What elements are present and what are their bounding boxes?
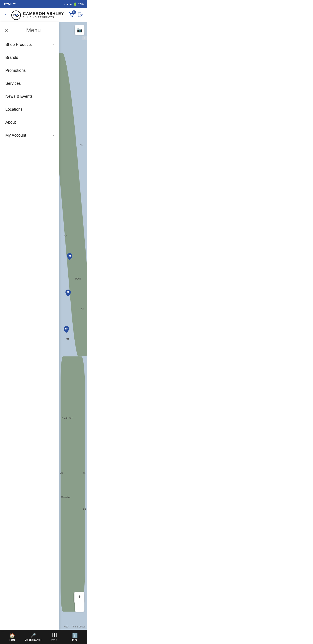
zoom-in-button[interactable]: + xyxy=(75,592,84,602)
nav-home[interactable]: 🏠 HOME xyxy=(2,633,23,641)
zoom-out-button[interactable]: − xyxy=(75,602,84,612)
map-label-nb: NB xyxy=(78,278,81,280)
menu-item-about[interactable]: About xyxy=(4,116,55,129)
menu-item-news-events[interactable]: News & Events xyxy=(4,90,55,103)
svg-rect-10 xyxy=(52,633,52,637)
menu-close-button[interactable]: ✕ xyxy=(4,28,8,33)
menu-item-brands[interactable]: Brands xyxy=(4,51,55,64)
map-label-puerto-rico: Puerto Rico xyxy=(61,417,73,420)
map-label-gu: Gu xyxy=(83,472,86,474)
svg-text:C: C xyxy=(67,292,69,294)
map-label-ma: MA xyxy=(66,338,69,340)
chevron-right-icon-shop: › xyxy=(52,42,54,47)
menu-item-promotions[interactable]: Promotions xyxy=(4,64,55,77)
logout-icon xyxy=(77,12,83,18)
signal-bars-icon: ▲ xyxy=(69,2,72,6)
header-logo: CAMERON ASHLEY BUILDING PRODUCTS xyxy=(11,10,64,20)
svg-rect-11 xyxy=(52,633,52,637)
map-zoom-controls: + − xyxy=(75,592,84,612)
svg-point-2 xyxy=(72,16,73,17)
menu-header: ✕ Menu xyxy=(4,27,55,34)
nav-scan-label: SCAN xyxy=(51,639,57,641)
map-land-south xyxy=(60,356,85,612)
map-label-t: T xyxy=(82,36,87,40)
main-content: ✕ Menu Shop Products › Brands Promotions… xyxy=(0,22,87,630)
map-land-north xyxy=(59,52,87,357)
svg-rect-12 xyxy=(53,633,53,637)
menu-item-label-news-events: News & Events xyxy=(5,94,33,99)
menu-item-label-shop-products: Shop Products xyxy=(5,42,32,47)
nav-info-label: INFO xyxy=(72,639,78,641)
app-header: ‹ CAMERON ASHLEY BUILDING PRODUCTS 0 xyxy=(0,8,87,22)
bottom-navigation: 🏠 HOME 🎤 VOICE SEARCH SCAN ℹ️ INFO xyxy=(0,630,87,644)
svg-rect-15 xyxy=(55,633,55,637)
map-pin-2[interactable]: C xyxy=(65,290,71,297)
microphone-icon: 🎤 xyxy=(30,633,36,638)
nav-voice-label: VOICE SEARCH xyxy=(25,639,41,641)
map-label-qc: QC xyxy=(64,235,67,238)
menu-item-my-account[interactable]: My Account › xyxy=(4,129,55,142)
svg-rect-13 xyxy=(54,633,54,637)
svg-rect-17 xyxy=(56,633,56,637)
time-display: 12:59 xyxy=(3,2,12,6)
logo-text: CAMERON ASHLEY BUILDING PRODUCTS xyxy=(23,12,64,18)
camera-icon: 📷 xyxy=(77,27,82,33)
wifi-signal-icon: ▲ xyxy=(66,2,69,6)
logo-sub: BUILDING PRODUCTS xyxy=(23,16,64,18)
svg-rect-16 xyxy=(56,633,56,637)
menu-item-locations[interactable]: Locations xyxy=(4,103,55,116)
status-left: 12:59 〜 xyxy=(3,2,16,6)
menu-panel: ✕ Menu Shop Products › Brands Promotions… xyxy=(0,22,59,630)
camera-button[interactable]: 📷 xyxy=(75,25,84,35)
status-right: · ▲ ▲ 🔋 67% xyxy=(64,2,83,6)
map-pin-3[interactable]: C xyxy=(64,326,69,334)
map-label-ns: NS xyxy=(81,308,84,310)
nav-voice-search[interactable]: 🎤 VOICE SEARCH xyxy=(23,633,44,641)
nav-scan[interactable]: SCAN xyxy=(43,633,64,641)
map-label-nl: NL xyxy=(80,144,83,146)
info-icon: ℹ️ xyxy=(72,633,78,638)
battery-icon: 🔋 xyxy=(73,2,77,6)
svg-text:C: C xyxy=(69,255,70,257)
menu-item-services[interactable]: Services xyxy=(4,77,55,90)
nav-info[interactable]: ℹ️ INFO xyxy=(64,633,86,641)
map-label-negi: NEGI xyxy=(64,626,69,628)
chevron-right-icon-account: › xyxy=(52,133,54,138)
nav-home-label: HOME xyxy=(9,639,15,641)
barcode-icon xyxy=(52,633,56,638)
map-label-pe: PE xyxy=(75,278,78,280)
dot-icon: · xyxy=(64,2,65,6)
menu-item-label-locations: Locations xyxy=(5,107,22,112)
menu-item-label-brands: Brands xyxy=(5,55,18,60)
cart-button[interactable]: 0 xyxy=(68,12,75,19)
status-bar: 12:59 〜 · ▲ ▲ 🔋 67% xyxy=(0,0,87,8)
menu-title: Menu xyxy=(12,27,55,34)
logout-button[interactable] xyxy=(77,12,83,19)
svg-rect-14 xyxy=(54,633,55,637)
menu-item-label-my-account: My Account xyxy=(5,133,26,138)
map-label-rr: RR xyxy=(83,508,86,511)
menu-item-label-services: Services xyxy=(5,81,21,86)
map-background: 📷 T QC NL NB PE NS MA C xyxy=(59,22,87,630)
map-terms-link[interactable]: Terms of Use xyxy=(72,626,85,628)
map-label-ver: Ver xyxy=(60,472,63,474)
map-pin-1[interactable]: C xyxy=(67,253,72,261)
menu-item-label-about: About xyxy=(5,120,16,125)
map-panel: 📷 T QC NL NB PE NS MA C xyxy=(59,22,87,630)
wifi-icon: 〜 xyxy=(13,2,16,6)
battery-percent: 67% xyxy=(78,2,83,6)
header-back-button[interactable]: ‹ xyxy=(3,12,7,19)
logo-icon xyxy=(11,10,21,20)
svg-point-1 xyxy=(71,16,71,17)
home-icon: 🏠 xyxy=(9,633,15,638)
cart-badge: 0 xyxy=(72,10,76,14)
svg-text:C: C xyxy=(66,328,67,330)
menu-item-shop-products[interactable]: Shop Products › xyxy=(4,38,55,51)
logo-name: CAMERON ASHLEY xyxy=(23,12,64,16)
header-actions: 0 xyxy=(68,12,83,19)
menu-item-label-promotions: Promotions xyxy=(5,68,26,73)
map-label-colombia: Colombia xyxy=(61,496,70,498)
